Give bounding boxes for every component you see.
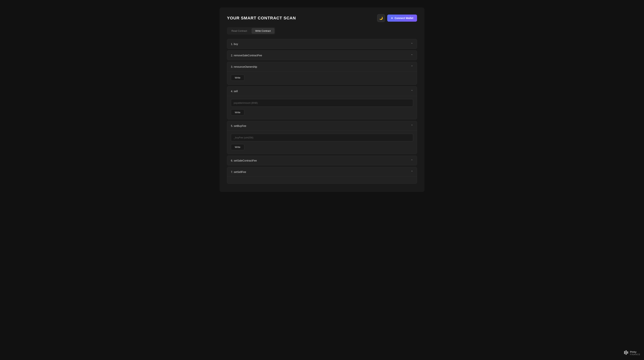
input-payableAmount[interactable] — [231, 99, 413, 107]
accordion-body-renounceOwnership: Write — [227, 72, 417, 85]
moon-icon: 🌙 — [379, 17, 383, 20]
accordion-item-setSaleContractFee: 6. setSaleContractFee ⌄ — [227, 156, 417, 165]
accordion-title-buy: 1. buy — [231, 43, 238, 46]
accordion-chevron-renounceOwnership: ⌃ — [411, 65, 413, 69]
accordion-header-renounceOwnership[interactable]: 3. renounceOwnership ⌃ — [227, 62, 417, 72]
svg-rect-2 — [627, 351, 628, 354]
accordion-title-sell: 4. sell — [231, 90, 238, 93]
accordion-title-renounceOwnership: 3. renounceOwnership — [231, 65, 257, 68]
logo-finance: Finance — [630, 353, 640, 355]
top-bar: YOUR SMART CONTRACT SCAN 🌙 ⟡ Connect Wal… — [227, 14, 417, 22]
accordion-item-sell: 4. sell ⌃ Write — [227, 86, 417, 119]
tab-write-contract[interactable]: Write Contract — [252, 28, 274, 34]
accordion-body-sell: Write — [227, 96, 417, 119]
accordion-item-buy: 1. buy ⌄ — [227, 39, 417, 49]
accordion-chevron-setBuyFee: ⌃ — [411, 124, 413, 128]
accordion-container: 1. buy ⌄ 2. removeSaleContractFee ⌄ 3. r… — [227, 39, 417, 184]
accordion-item-removeSaleContractFee: 2. removeSaleContractFee ⌄ — [227, 50, 417, 60]
accordion-item-renounceOwnership: 3. renounceOwnership ⌃ Write — [227, 62, 417, 85]
main-container: YOUR SMART CONTRACT SCAN 🌙 ⟡ Connect Wal… — [220, 8, 424, 192]
accordion-title-removeSaleContractFee: 2. removeSaleContractFee — [231, 54, 262, 57]
write-button-sell[interactable]: Write — [231, 109, 244, 116]
tab-read-contract[interactable]: Read Contract — [228, 28, 251, 34]
accordion-header-sell[interactable]: 4. sell ⌃ — [227, 86, 417, 96]
accordion-item-setBuyFee: 5. setBuyFee ⌃ Write — [227, 121, 417, 154]
accordion-chevron-setSaleContractFee: ⌄ — [411, 159, 413, 162]
accordion-header-buy[interactable]: 1. buy ⌄ — [227, 39, 417, 49]
connect-wallet-button[interactable]: ⟡ Connect Wallet — [387, 15, 417, 22]
svg-rect-0 — [624, 351, 625, 354]
accordion-header-setBuyFee[interactable]: 5. setBuyFee ⌃ — [227, 121, 417, 131]
accordion-chevron-setSellFee: ⌃ — [411, 170, 413, 174]
logo-pinky: Pinky — [630, 351, 640, 353]
connect-wallet-label: Connect Wallet — [394, 17, 413, 20]
input-buyFee[interactable] — [231, 134, 413, 141]
svg-rect-1 — [626, 350, 627, 355]
accordion-title-setSellFee: 7. setSellFee — [231, 170, 246, 173]
write-button-setBuyFee[interactable]: Write — [231, 144, 244, 150]
accordion-header-removeSaleContractFee[interactable]: 2. removeSaleContractFee ⌄ — [227, 51, 417, 60]
top-bar-actions: 🌙 ⟡ Connect Wallet — [377, 14, 417, 22]
accordion-title-setBuyFee: 5. setBuyFee — [231, 124, 246, 127]
tab-bar: Read Contract Write Contract — [227, 27, 275, 35]
logo-icon — [624, 350, 629, 356]
accordion-header-setSaleContractFee[interactable]: 6. setSaleContractFee ⌄ — [227, 156, 417, 165]
wallet-icon: ⟡ — [391, 17, 393, 20]
theme-toggle-button[interactable]: 🌙 — [377, 14, 385, 22]
page-title: YOUR SMART CONTRACT SCAN — [227, 16, 296, 21]
write-button-renounceOwnership[interactable]: Write — [231, 75, 244, 81]
accordion-body-setBuyFee: Write — [227, 131, 417, 154]
accordion-body-setSellFee — [227, 177, 417, 184]
accordion-chevron-buy: ⌄ — [411, 42, 413, 46]
logo-area: Pinky Finance — [624, 350, 640, 356]
accordion-title-setSaleContractFee: 6. setSaleContractFee — [231, 159, 257, 162]
accordion-chevron-sell: ⌃ — [411, 89, 413, 93]
accordion-header-setSellFee[interactable]: 7. setSellFee ⌃ — [227, 167, 417, 177]
accordion-chevron-removeSaleContractFee: ⌄ — [411, 54, 413, 57]
accordion-item-setSellFee: 7. setSellFee ⌃ — [227, 167, 417, 184]
logo-text: Pinky Finance — [630, 351, 640, 355]
